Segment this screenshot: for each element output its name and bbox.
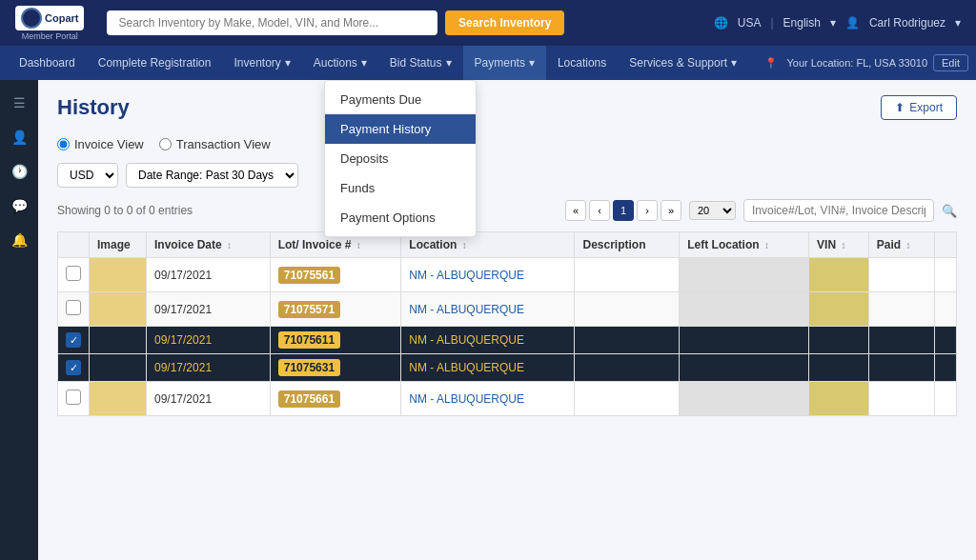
dropdown-deposits[interactable]: Deposits bbox=[325, 144, 476, 173]
col-checkbox bbox=[58, 232, 90, 258]
table-row: 09/17/202171075661NM - ALBUQUERQUE bbox=[58, 382, 957, 416]
payments-dropdown: Payments Due Payment History Deposits Fu… bbox=[324, 80, 477, 237]
transaction-view-radio[interactable] bbox=[159, 138, 172, 150]
export-button[interactable]: ⬆ Export bbox=[881, 95, 957, 120]
transaction-view-label[interactable]: Transaction View bbox=[159, 137, 271, 151]
row-image-cell bbox=[90, 382, 147, 416]
region-label: USA bbox=[738, 16, 762, 30]
nav-locations[interactable]: Locations bbox=[546, 46, 618, 80]
edit-location-button[interactable]: Edit bbox=[933, 54, 968, 71]
row-lot[interactable]: 71075661 bbox=[270, 382, 401, 416]
dropdown-payment-options[interactable]: Payment Options bbox=[325, 203, 476, 232]
dropdown-payments-due[interactable]: Payments Due bbox=[325, 85, 476, 114]
row-paid bbox=[868, 382, 935, 416]
user-icon: 👤 bbox=[845, 16, 860, 30]
row-left-location bbox=[680, 327, 809, 354]
sort-vin-icon: ↕ bbox=[841, 240, 845, 250]
nav-services-support[interactable]: Services & Support ▾ bbox=[618, 46, 748, 80]
col-vin[interactable]: VIN ↕ bbox=[809, 232, 869, 258]
checkbox-unchecked[interactable] bbox=[66, 266, 81, 281]
nav-inventory[interactable]: Inventory ▾ bbox=[222, 46, 301, 80]
search-button[interactable]: Search Inventory bbox=[445, 10, 564, 35]
row-location[interactable]: NM - ALBUQUERQUE bbox=[401, 292, 575, 327]
search-input[interactable] bbox=[107, 10, 437, 35]
sidebar-history-icon[interactable]: 🕐 bbox=[4, 156, 34, 187]
row-location[interactable]: NM - ALBUQUERQUE bbox=[401, 354, 575, 382]
row-date: 09/17/2021 bbox=[147, 258, 271, 292]
inventory-chevron: ▾ bbox=[285, 56, 291, 70]
row-lot[interactable]: 71075631 bbox=[270, 354, 401, 382]
page-1-btn[interactable]: 1 bbox=[613, 200, 634, 221]
col-description[interactable]: Description bbox=[575, 232, 680, 258]
row-description bbox=[575, 292, 680, 327]
row-image-cell bbox=[90, 354, 147, 382]
col-paid[interactable]: Paid ↕ bbox=[868, 232, 935, 258]
row-lot[interactable]: 71075611 bbox=[270, 327, 401, 354]
row-date: 09/17/2021 bbox=[147, 292, 271, 327]
table-row: 09/17/202171075571NM - ALBUQUERQUE bbox=[58, 292, 957, 327]
nav-bar: Dashboard Complete Registration Inventor… bbox=[0, 46, 976, 80]
first-page-btn[interactable]: « bbox=[565, 200, 586, 221]
top-right: 🌐 USA | English ▾ 👤 Carl Rodriguez ▾ bbox=[714, 16, 961, 30]
col-left-location[interactable]: Left Location ↕ bbox=[680, 232, 809, 258]
row-paid bbox=[868, 292, 935, 327]
language-label: English bbox=[783, 16, 821, 30]
nav-dashboard[interactable]: Dashboard bbox=[8, 46, 87, 80]
row-vin bbox=[809, 292, 869, 327]
row-paid bbox=[868, 258, 935, 292]
row-date: 09/17/2021 bbox=[147, 354, 271, 382]
logo-text: Copart bbox=[45, 12, 78, 24]
invoice-view-label[interactable]: Invoice View bbox=[57, 137, 144, 151]
page-size-select[interactable]: 20 50 100 bbox=[689, 201, 736, 220]
dropdown-payment-history[interactable]: Payment History bbox=[325, 114, 476, 144]
sort-location-icon: ↕ bbox=[462, 240, 467, 250]
logo-icon bbox=[21, 8, 42, 29]
sidebar-feedback-icon[interactable]: 💬 bbox=[4, 190, 34, 221]
row-checkbox-cell[interactable] bbox=[58, 382, 90, 416]
col-image: Image bbox=[90, 232, 147, 258]
sort-lot-icon: ↕ bbox=[356, 240, 361, 250]
checkbox-checked[interactable]: ✓ bbox=[66, 332, 81, 348]
sidebar-notification-icon[interactable]: 🔔 bbox=[4, 225, 34, 255]
checkbox-unchecked[interactable] bbox=[66, 300, 81, 315]
nav-bid-status[interactable]: Bid Status ▾ bbox=[378, 46, 463, 80]
row-vin bbox=[809, 382, 869, 416]
row-checkbox-cell[interactable] bbox=[58, 258, 90, 292]
row-lot[interactable]: 71075561 bbox=[270, 258, 401, 292]
payments-chevron: ▾ bbox=[529, 56, 535, 70]
currency-select[interactable]: USD bbox=[57, 163, 118, 188]
view-toggle: Invoice View Transaction View bbox=[57, 137, 957, 151]
row-description bbox=[575, 258, 680, 292]
checkbox-checked[interactable]: ✓ bbox=[66, 360, 81, 375]
auctions-chevron: ▾ bbox=[361, 56, 367, 70]
row-checkbox-cell[interactable]: ✓ bbox=[58, 354, 90, 382]
user-label: Carl Rodriguez bbox=[869, 16, 946, 30]
sidebar-profile-icon[interactable]: 👤 bbox=[4, 122, 34, 152]
row-lot[interactable]: 71075571 bbox=[270, 292, 401, 327]
sort-invoice-date-icon: ↕ bbox=[227, 240, 232, 250]
prev-page-btn[interactable]: ‹ bbox=[589, 200, 610, 221]
table-search-input[interactable] bbox=[743, 199, 934, 222]
row-checkbox-cell[interactable] bbox=[58, 292, 90, 327]
row-date: 09/17/2021 bbox=[147, 382, 271, 416]
row-location[interactable]: NM - ALBUQUERQUE bbox=[401, 258, 575, 292]
next-page-btn[interactable]: › bbox=[637, 200, 658, 221]
row-actions bbox=[935, 327, 957, 354]
row-actions bbox=[935, 292, 957, 327]
checkbox-unchecked[interactable] bbox=[66, 390, 81, 405]
invoice-view-radio[interactable] bbox=[57, 138, 70, 150]
row-checkbox-cell[interactable]: ✓ bbox=[58, 327, 90, 354]
row-location[interactable]: NM - ALBUQUERQUE bbox=[401, 327, 575, 354]
sidebar-menu-icon[interactable]: ☰ bbox=[4, 88, 34, 118]
col-invoice-date[interactable]: Invoice Date ↕ bbox=[147, 232, 271, 258]
nav-complete-registration[interactable]: Complete Registration bbox=[87, 46, 223, 80]
row-actions bbox=[935, 258, 957, 292]
dropdown-funds[interactable]: Funds bbox=[325, 173, 476, 203]
location-pin-icon: 📍 bbox=[764, 57, 778, 70]
nav-payments[interactable]: Payments ▾ bbox=[463, 46, 546, 80]
last-page-btn[interactable]: » bbox=[661, 200, 681, 221]
search-pagination-row: Showing 0 to 0 of 0 entries « ‹ 1 › » 20… bbox=[57, 199, 957, 222]
row-location[interactable]: NM - ALBUQUERQUE bbox=[401, 382, 575, 416]
date-range-select[interactable]: Date Range: Past 30 Days bbox=[126, 163, 298, 188]
nav-auctions[interactable]: Auctions ▾ bbox=[302, 46, 378, 80]
